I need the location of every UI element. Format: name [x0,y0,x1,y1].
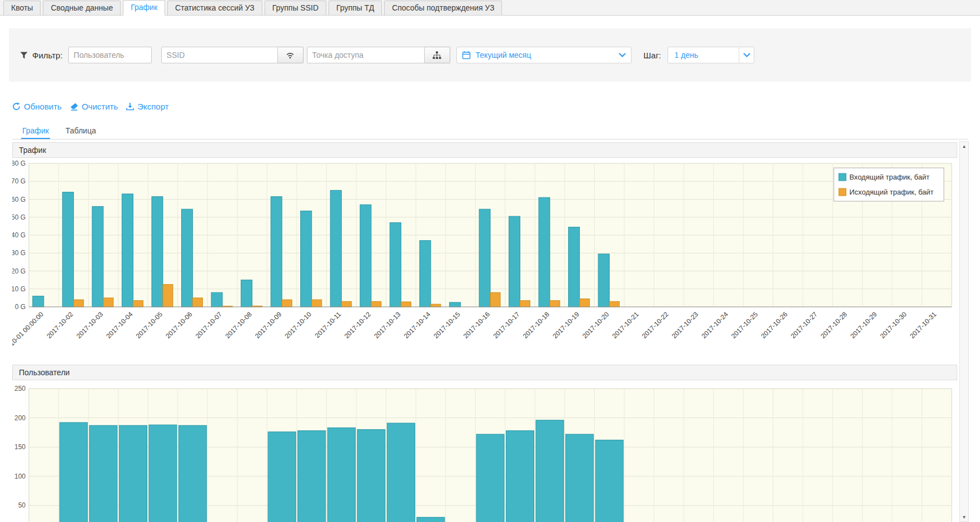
svg-text:2017-10-25: 2017-10-25 [730,310,760,340]
svg-text:30 G: 30 G [12,249,26,257]
ssid-filter-input[interactable] [161,47,278,63]
step-select-value: 1 день [668,51,739,59]
step-label: Шаг: [644,51,661,60]
traffic-chart: 0 G10 G20 G30 G40 G50 G60 G70 G80 G10-01… [12,158,957,358]
wifi-icon [285,51,295,59]
svg-text:2017-10-04: 2017-10-04 [105,310,135,340]
tab-summary-data[interactable]: Сводные данные [43,1,121,15]
svg-text:Исходящий трафик, байт: Исходящий трафик, байт [849,188,934,196]
sitemap-icon [432,51,441,59]
vertical-scrollbar[interactable]: ▲ ▼ [959,141,969,522]
scroll-up-icon[interactable]: ▲ [960,142,968,151]
svg-text:60 G: 60 G [12,196,26,203]
svg-text:2017-10-17: 2017-10-17 [491,310,521,340]
export-icon [126,102,134,111]
subtab-chart[interactable]: График [21,123,50,139]
refresh-button[interactable]: Обновить [12,102,62,111]
traffic-panel: Трафик 0 G10 G20 G30 G40 G50 G60 G70 G80… [12,142,957,358]
actions-toolbar: Обновить Очистить Экспорт [12,102,980,111]
filter-funnel-icon [20,52,28,59]
users-panel-title: Пользователи [12,365,957,380]
tab-ssid-groups[interactable]: Группы SSID [265,1,326,15]
svg-text:2017-10-23: 2017-10-23 [670,310,700,340]
charts-scroll-area: Трафик 0 G10 G20 G30 G40 G50 G60 G70 G80… [0,141,980,522]
ssid-picker-button[interactable] [278,47,304,63]
svg-text:2017-10-11: 2017-10-11 [314,310,343,340]
svg-text:2017-10-21: 2017-10-21 [611,310,641,340]
step-select[interactable]: 1 день [668,47,754,63]
svg-text:50: 50 [18,501,26,509]
tab-confirmation-methods[interactable]: Способы подтверждения УЗ [384,1,502,15]
filter-label: Фильтр: [32,51,63,60]
period-select-value: Текущий месяц [476,51,531,59]
tab-quotas[interactable]: Квоты [3,1,41,15]
scrollbar-track[interactable] [960,151,968,513]
user-filter-input[interactable] [68,47,152,63]
tab-chart[interactable]: График [123,0,165,16]
traffic-panel-title: Трафик [12,142,957,158]
svg-text:2017-10-24: 2017-10-24 [700,310,730,340]
svg-text:2017-10-22: 2017-10-22 [640,310,670,340]
subtab-table[interactable]: Таблица [64,123,97,139]
tab-session-stats[interactable]: Статистика сессий УЗ [167,1,262,15]
users-panel: Пользователи 05010015020025010-01 00:00:… [12,365,957,522]
refresh-label: Обновить [24,102,62,111]
svg-text:2017-10-15: 2017-10-15 [432,310,462,340]
svg-text:Входящий трафик, байт: Входящий трафик, байт [849,173,929,181]
svg-text:150: 150 [14,443,26,451]
refresh-icon [12,102,21,111]
svg-text:2017-10-13: 2017-10-13 [372,310,402,340]
svg-text:0 G: 0 G [15,303,26,311]
svg-text:80 G: 80 G [12,160,26,167]
svg-text:40 G: 40 G [12,231,26,239]
svg-text:2017-10-14: 2017-10-14 [402,310,432,340]
svg-text:20 G: 20 G [12,267,26,275]
svg-text:2017-10-05: 2017-10-05 [135,310,165,340]
filter-panel: Фильтр: [9,28,971,82]
svg-text:2017-10-09: 2017-10-09 [253,310,283,340]
svg-text:2017-10-07: 2017-10-07 [194,310,224,340]
svg-text:70 G: 70 G [12,177,26,185]
calendar-icon [462,51,471,59]
period-select[interactable]: Текущий месяц [456,47,631,63]
svg-text:100: 100 [14,473,26,480]
svg-text:50 G: 50 G [12,213,26,221]
svg-text:2017-10-12: 2017-10-12 [343,310,373,340]
eraser-icon [70,103,78,111]
svg-text:2017-10-19: 2017-10-19 [551,310,581,340]
clear-label: Очистить [82,102,118,111]
svg-text:10 G: 10 G [12,285,26,293]
clear-button[interactable]: Очистить [70,102,118,111]
view-subtabs: График Таблица [12,123,968,140]
svg-text:2017-10-26: 2017-10-26 [759,310,789,340]
svg-text:2017-10-30: 2017-10-30 [878,310,908,340]
svg-text:2017-10-20: 2017-10-20 [581,310,611,340]
svg-text:2017-10-06: 2017-10-06 [164,310,194,340]
svg-text:2017-10-10: 2017-10-10 [283,310,314,340]
svg-text:2017-10-28: 2017-10-28 [819,310,849,340]
main-tabbar: Квоты Сводные данные График Статистика с… [0,0,980,16]
svg-text:2017-10-16: 2017-10-16 [462,310,492,340]
svg-text:10-01 00:00:00: 10-01 00:00:00 [12,310,45,347]
users-chart: 05010015020025010-01 00:00:002017-10-022… [12,380,957,522]
svg-text:2017-10-29: 2017-10-29 [849,310,879,340]
chevron-down-icon [619,53,626,57]
scroll-down-icon[interactable]: ▼ [960,513,968,521]
chevron-down-icon[interactable] [739,47,754,63]
tab-ap-groups[interactable]: Группы ТД [329,1,382,15]
svg-text:2017-10-31: 2017-10-31 [908,310,938,340]
export-button[interactable]: Экспорт [126,102,168,111]
export-label: Экспорт [137,102,168,111]
svg-text:2017-10-08: 2017-10-08 [223,310,253,340]
svg-text:200: 200 [14,414,26,422]
svg-text:2017-10-03: 2017-10-03 [75,310,105,340]
svg-text:250: 250 [14,385,26,392]
svg-text:2017-10-27: 2017-10-27 [789,310,819,340]
svg-text:2017-10-18: 2017-10-18 [521,310,551,340]
ap-picker-button[interactable] [425,47,450,63]
svg-text:2017-10-02: 2017-10-02 [45,310,75,340]
ap-filter-group [307,47,450,63]
ssid-filter-group [161,47,304,63]
ap-filter-input[interactable] [307,47,425,63]
